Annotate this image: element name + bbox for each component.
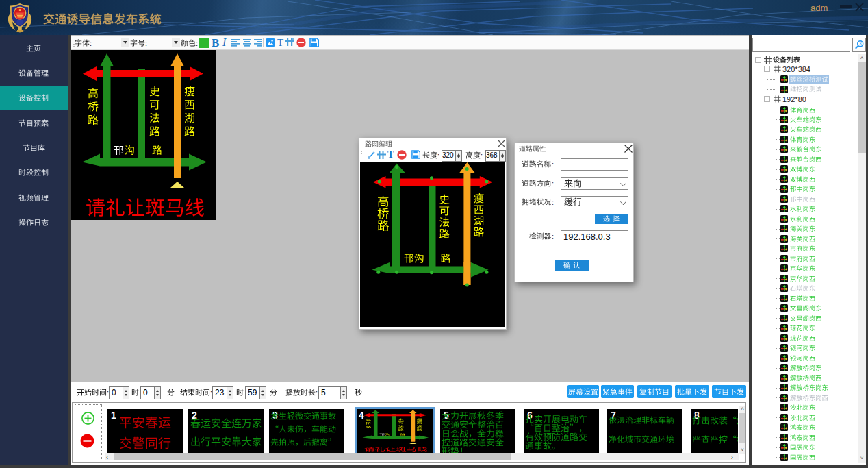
- svg-text:3: 3: [859, 41, 862, 46]
